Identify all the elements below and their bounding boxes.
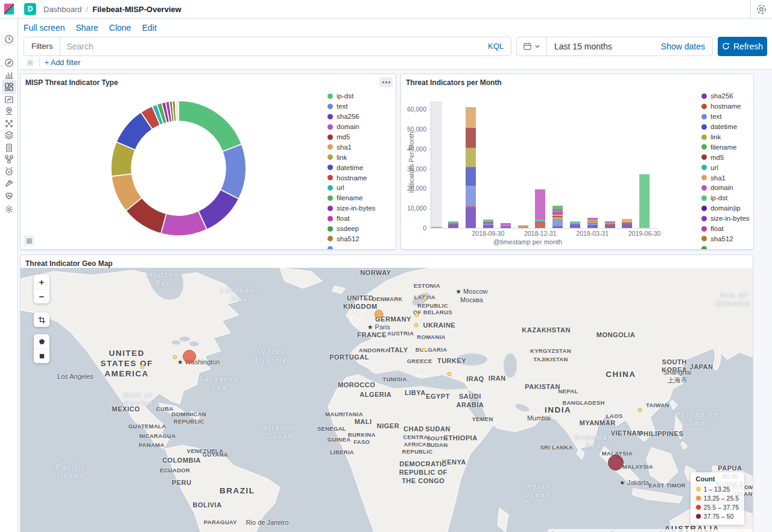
bar-segment-size-in-bytes[interactable] (552, 212, 563, 214)
legend-item-float[interactable]: float (701, 224, 750, 234)
map-draw-polygon-button[interactable] (34, 334, 49, 349)
map-cluster-small[interactable] (448, 372, 452, 376)
legend-item-datetime[interactable]: datetime (701, 122, 750, 132)
legend-item-ssdeep[interactable]: ssdeep (327, 224, 376, 234)
bar-segment-sha256[interactable] (466, 207, 476, 228)
legend-item-clipped[interactable] (701, 244, 750, 250)
legend-item-link[interactable]: link (327, 152, 376, 162)
bar-segment-float[interactable] (501, 223, 511, 224)
legend-item-hostname[interactable]: hostname (327, 173, 376, 183)
bar-segment-text[interactable] (570, 224, 580, 225)
legend-item-hostname[interactable]: hostname (701, 101, 750, 112)
bar-segment-sha256[interactable] (605, 226, 615, 228)
bar-segment-link[interactable] (587, 222, 598, 223)
sidebar-item-stack-monitoring[interactable] (2, 189, 16, 203)
map-cluster-small[interactable] (140, 365, 144, 369)
legend-item-url[interactable]: url (701, 162, 750, 173)
map-draw-bounds-button[interactable] (34, 349, 49, 363)
bar-segment-hostname[interactable] (605, 224, 615, 225)
legend-toggle-button[interactable] (24, 235, 34, 246)
show-dates-link[interactable]: Show dates (661, 42, 712, 51)
legend-item-clipped[interactable] (327, 244, 376, 250)
bar-segment-md5[interactable] (518, 226, 528, 227)
bar-segment-text[interactable] (552, 219, 563, 226)
donut-slice-text[interactable] (221, 144, 246, 199)
bar-segment-domain[interactable] (535, 189, 545, 220)
bar-segment-url[interactable] (570, 223, 580, 224)
nav-link-edit[interactable]: Edit (142, 23, 156, 33)
map-cluster-small[interactable] (414, 323, 418, 327)
bar-segment-datetime[interactable] (466, 167, 476, 186)
bar-segment-hostname[interactable] (466, 206, 476, 207)
legend-item-md5[interactable]: md5 (327, 132, 376, 142)
legend-item-text[interactable]: text (701, 112, 750, 122)
bar-segment-url[interactable] (466, 107, 476, 109)
legend-item-sha1[interactable]: sha1 (327, 142, 376, 152)
bar-segment-sha256[interactable] (587, 225, 598, 228)
bar-segment-ip-dst[interactable] (535, 220, 545, 221)
legend-item-domain|ip[interactable]: domain|ip (701, 203, 750, 214)
bar-segment-partial[interactable] (431, 227, 441, 228)
map-cluster-small[interactable] (422, 347, 426, 352)
map-zoom-out-button[interactable]: − (34, 289, 49, 303)
bar-segment-url[interactable] (535, 220, 545, 221)
add-filter-link[interactable]: + Add filter (45, 59, 80, 67)
nav-link-full-screen[interactable]: Full screen (24, 23, 65, 33)
sidebar-item-management[interactable] (2, 202, 16, 217)
donut-slice-ip-dst[interactable] (179, 101, 242, 151)
bar-segment-md5[interactable] (483, 222, 493, 223)
filters-button[interactable]: Filters (24, 37, 60, 55)
bar-segment-float[interactable] (552, 209, 563, 211)
bar-segment-datetime[interactable] (622, 224, 632, 226)
legend-item-sha256[interactable]: sha256 (701, 91, 750, 101)
nav-link-clone[interactable]: Clone (109, 23, 131, 33)
bar-segment-ip-dst[interactable] (605, 223, 615, 224)
map-cluster-washington-cluster[interactable] (183, 350, 196, 363)
bar-segment-link[interactable] (466, 148, 476, 167)
legend-item-domain[interactable]: domain (701, 183, 750, 193)
map-fit-to-data-button[interactable] (34, 312, 49, 327)
legend-item-sha512[interactable]: sha512 (701, 233, 750, 244)
bar-segment-sha1[interactable] (622, 219, 632, 223)
map-cluster-small[interactable] (423, 296, 428, 300)
map-cluster-sumatra-cluster[interactable] (608, 455, 624, 470)
space-avatar[interactable]: D (24, 3, 36, 15)
bar-segment-datetime[interactable] (587, 223, 598, 224)
legend-item-float[interactable]: float (327, 214, 376, 224)
bar-segment-hostname[interactable] (483, 223, 493, 224)
bar-segment-filename[interactable] (552, 206, 563, 209)
map-cluster-small[interactable] (173, 355, 177, 359)
bar-segment-sha256[interactable] (448, 226, 458, 228)
kibana-logo[interactable] (0, 0, 18, 18)
bar-segment-url[interactable] (483, 220, 493, 221)
legend-item-md5[interactable]: md5 (701, 152, 750, 162)
legend-item-domain[interactable]: domain (327, 122, 376, 132)
panel-context-menu-button[interactable] (379, 77, 393, 87)
date-picker-calendar-button[interactable] (517, 37, 547, 55)
bar-segment-ip-dst[interactable] (570, 221, 580, 223)
legend-item-text[interactable]: text (327, 101, 376, 112)
bar-segment-hostname[interactable] (622, 223, 632, 224)
nav-link-share[interactable]: Share (75, 23, 98, 33)
map-cluster-north-sea-cluster[interactable] (374, 309, 383, 318)
legend-item-filename[interactable]: filename (701, 142, 750, 152)
bar-segment-hostname[interactable] (518, 227, 528, 229)
legend-item-ip-dst[interactable]: ip-dst (701, 193, 750, 203)
bar-segment-md5[interactable] (622, 223, 632, 224)
bar-segment-text[interactable] (501, 225, 511, 226)
bar-segment-float[interactable] (605, 221, 615, 223)
bar-segment-url[interactable] (448, 221, 458, 223)
legend-item-size-in-bytes[interactable]: size-in-bytes (701, 214, 750, 224)
bar-segment-sha256[interactable] (483, 225, 493, 228)
bar-segment-link[interactable] (552, 217, 563, 218)
bar-segment-text[interactable] (587, 224, 598, 225)
filter-settings-gear-icon[interactable] (26, 59, 34, 67)
bar-segment-sha256[interactable] (570, 226, 580, 228)
bar-segment-datetime[interactable] (448, 224, 458, 226)
kql-button[interactable]: KQL (481, 42, 511, 51)
bar-segment-datetime[interactable] (570, 224, 580, 226)
bar-segment-ip-dst[interactable] (448, 222, 458, 223)
bar-segment-md5[interactable] (552, 216, 563, 217)
bar-segment-hostname[interactable] (448, 223, 458, 224)
bar-segment-sha1[interactable] (552, 215, 563, 216)
